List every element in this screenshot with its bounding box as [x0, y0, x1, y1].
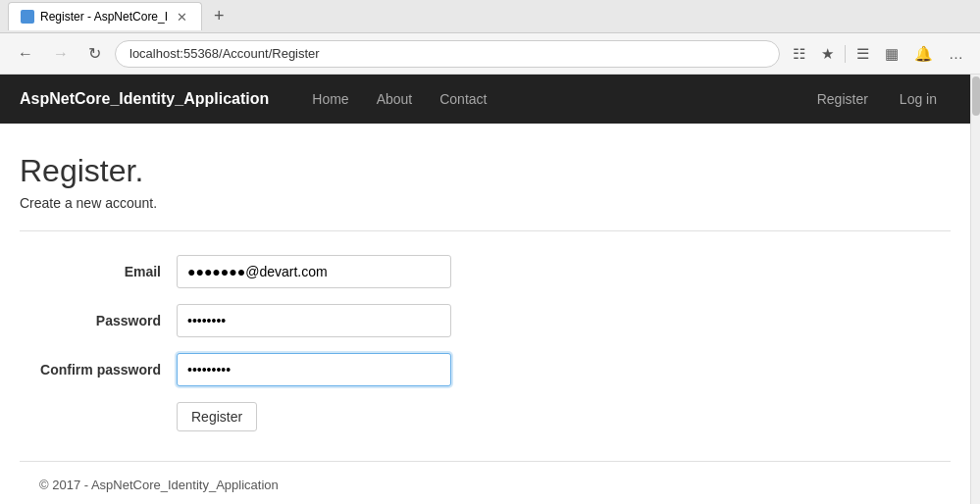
tab-title: Register - AspNetCore_I	[40, 10, 168, 24]
page-content: AspNetCore_Identity_Application Home Abo…	[0, 75, 980, 504]
forward-button[interactable]: →	[47, 41, 75, 67]
form-actions: Register	[20, 402, 608, 431]
register-button[interactable]: Register	[177, 402, 257, 431]
extensions-icon[interactable]: ▦	[880, 41, 903, 67]
account-icon[interactable]: 🔔	[909, 41, 938, 67]
scrollbar[interactable]	[970, 75, 980, 504]
page-subtitle: Create a new account.	[20, 195, 951, 211]
confirm-password-input[interactable]	[177, 353, 451, 386]
divider	[845, 45, 846, 63]
password-group: Password	[20, 304, 608, 337]
confirm-password-group: Confirm password	[20, 353, 608, 386]
toolbar-icons: ☷ ★ ☰ ▦ 🔔 …	[788, 41, 968, 67]
nav-item-home[interactable]: Home	[298, 75, 362, 124]
main-content: Register. Create a new account. Email Pa…	[0, 124, 970, 504]
nav-item-contact[interactable]: Contact	[426, 75, 500, 124]
nav-link-about[interactable]: About	[363, 75, 427, 124]
footer: © 2017 - AspNetCore_Identity_Application	[20, 461, 951, 504]
tab-close-button[interactable]: ✕	[174, 9, 189, 25]
form-divider	[20, 230, 951, 231]
browser-body: AspNetCore_Identity_Application Home Abo…	[0, 75, 980, 504]
scrollbar-thumb[interactable]	[972, 76, 980, 116]
browser-titlebar: Register - AspNetCore_I ✕ +	[0, 0, 980, 33]
address-bar[interactable]	[115, 40, 780, 68]
email-label: Email	[20, 264, 177, 279]
reader-view-icon[interactable]: ☷	[788, 41, 810, 67]
nav-register-link[interactable]: Register	[803, 75, 882, 124]
page-title: Register.	[20, 153, 951, 189]
browser-toolbar: ← → ↻ ☷ ★ ☰ ▦ 🔔 …	[0, 33, 980, 75]
nav-link-home[interactable]: Home	[298, 75, 362, 124]
confirm-label: Confirm password	[20, 362, 177, 378]
nav-login-link[interactable]: Log in	[886, 75, 951, 124]
nav-link-contact[interactable]: Contact	[426, 75, 500, 124]
navbar-nav: Home About Contact	[298, 75, 500, 124]
password-label: Password	[20, 313, 177, 328]
back-button[interactable]: ←	[12, 41, 39, 67]
email-input[interactable]	[177, 255, 451, 288]
register-form: Email Password Confirm password Register	[20, 255, 608, 431]
tab-favicon	[21, 10, 34, 24]
footer-text: © 2017 - AspNetCore_Identity_Application	[39, 478, 279, 492]
password-input[interactable]	[177, 304, 451, 337]
browser-tab[interactable]: Register - AspNetCore_I ✕	[8, 2, 202, 30]
new-tab-button[interactable]: +	[210, 2, 229, 30]
reload-button[interactable]: ↻	[82, 40, 107, 67]
navbar-brand[interactable]: AspNetCore_Identity_Application	[20, 90, 269, 108]
menu-icon[interactable]: ☰	[851, 41, 874, 67]
bookmark-icon[interactable]: ★	[816, 41, 839, 67]
navbar-right: Register Log in	[803, 75, 951, 124]
email-group: Email	[20, 255, 608, 288]
nav-item-about[interactable]: About	[363, 75, 427, 124]
more-icon[interactable]: …	[944, 41, 968, 66]
navbar: AspNetCore_Identity_Application Home Abo…	[0, 75, 970, 124]
